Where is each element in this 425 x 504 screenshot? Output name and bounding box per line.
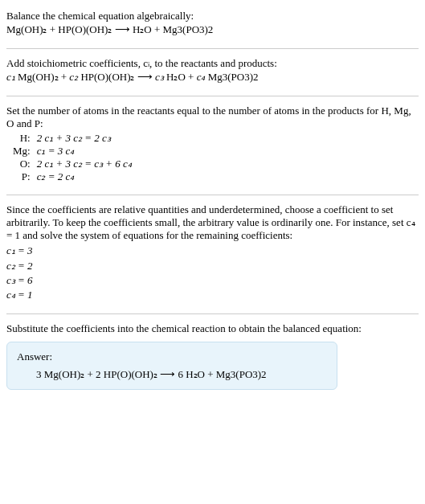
solution-line: c₁ = 3 <box>6 244 419 258</box>
step4-text: Substitute the coefficients into the che… <box>6 322 419 335</box>
answer-box: Answer: 3 Mg(OH)₂ + 2 HP(O)(OH)₂ ⟶ 6 H₂O… <box>6 342 337 390</box>
equation-with-coeffs: c₁ Mg(OH)₂ + c₂ HP(O)(OH)₂ ⟶ c₃ H₂O + c₄… <box>6 70 419 84</box>
step-coefficients: Add stoichiometric coefficients, cᵢ, to … <box>6 54 419 91</box>
step3-text: Since the coefficients are relative quan… <box>6 203 419 242</box>
atom-row: P: c₂ = 2 c₄ <box>13 170 132 183</box>
atom-row: H: 2 c₁ + 3 c₂ = 2 c₃ <box>13 132 132 145</box>
atom-label: P: <box>13 170 37 183</box>
step-solve: Since the coefficients are relative quan… <box>6 200 419 309</box>
atom-label: O: <box>13 158 37 170</box>
step1-text: Add stoichiometric coefficients, cᵢ, to … <box>6 57 419 70</box>
atom-label: H: <box>13 132 37 145</box>
atom-equations: H: 2 c₁ + 3 c₂ = 2 c₃ Mg: c₁ = 3 c₄ O: 2… <box>13 132 132 183</box>
atom-equation: 2 c₁ + 3 c₂ = c₃ + 6 c₄ <box>37 158 132 170</box>
reactant2: HP(O)(OH)₂ ⟶ <box>78 71 155 83</box>
atom-equation: 2 c₁ + 3 c₂ = 2 c₃ <box>37 132 132 145</box>
step-atom-balance: Set the number of atoms in the reactants… <box>6 101 419 190</box>
atom-label: Mg: <box>13 145 37 158</box>
atom-equation: c₂ = 2 c₄ <box>37 170 132 183</box>
divider <box>6 96 419 96</box>
product2: Mg3(PO3)2 <box>205 71 258 83</box>
atom-equation: c₁ = 3 c₄ <box>37 145 132 158</box>
solutions-list: c₁ = 3 c₂ = 2 c₃ = 6 c₄ = 1 <box>6 244 419 302</box>
step-substitute: Substitute the coefficients into the che… <box>6 319 419 396</box>
intro-text: Balance the chemical equation algebraica… <box>6 10 419 23</box>
coeff-c2: c₂ <box>69 71 78 83</box>
solution-line: c₄ = 1 <box>6 288 419 302</box>
answer-label: Answer: <box>17 350 327 363</box>
reactant1: Mg(OH)₂ + <box>15 71 70 83</box>
intro-section: Balance the chemical equation algebraica… <box>6 6 419 43</box>
solution-line: c₃ = 6 <box>6 273 419 288</box>
step2-text: Set the number of atoms in the reactants… <box>6 104 419 130</box>
divider <box>6 313 419 314</box>
atom-row: Mg: c₁ = 3 c₄ <box>13 145 132 158</box>
coeff-c1: c₁ <box>6 71 15 83</box>
divider <box>6 195 419 195</box>
divider <box>6 48 419 49</box>
atom-row: O: 2 c₁ + 3 c₂ = c₃ + 6 c₄ <box>13 158 132 170</box>
coeff-c4: c₄ <box>197 71 206 83</box>
coeff-c3: c₃ <box>155 71 164 83</box>
product1: H₂O + <box>164 71 197 83</box>
solution-line: c₂ = 2 <box>6 259 419 273</box>
equation-unbalanced: Mg(OH)₂ + HP(O)(OH)₂ ⟶ H₂O + Mg3(PO3)2 <box>6 23 419 37</box>
answer-equation: 3 Mg(OH)₂ + 2 HP(O)(OH)₂ ⟶ 6 H₂O + Mg3(P… <box>36 368 327 381</box>
